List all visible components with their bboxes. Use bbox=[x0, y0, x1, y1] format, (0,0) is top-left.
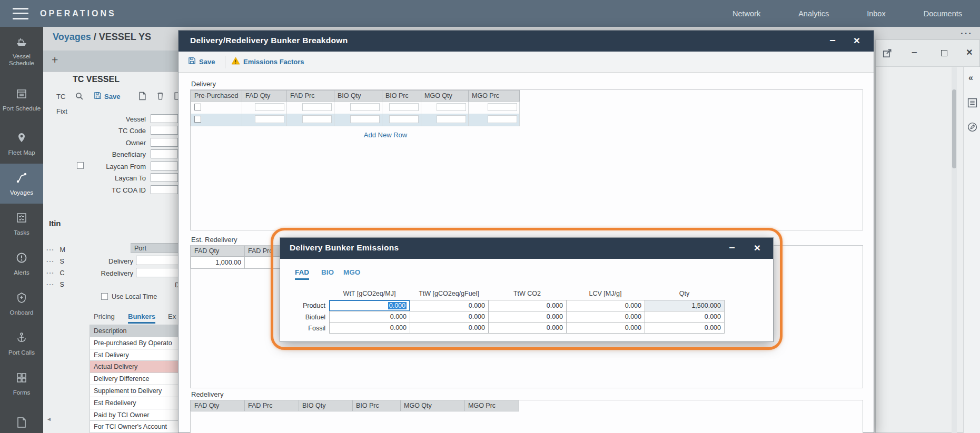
add-new-row-link[interactable]: Add New Row bbox=[338, 131, 433, 139]
fad-prc-cell[interactable] bbox=[287, 114, 334, 126]
panel-save-button[interactable]: Save bbox=[94, 92, 120, 101]
mgo-qty-cell[interactable] bbox=[421, 102, 469, 114]
sidebar-item-fleet-map[interactable]: Fleet Map bbox=[0, 124, 43, 164]
fad-qty-cell[interactable] bbox=[242, 102, 287, 114]
copy-document-icon[interactable] bbox=[138, 92, 147, 100]
modal-save-button[interactable]: Save bbox=[188, 57, 215, 66]
redelivery-port-input[interactable] bbox=[136, 268, 179, 277]
bio-prc-cell[interactable] bbox=[382, 114, 421, 126]
itinerary-title: Itin bbox=[49, 219, 61, 228]
tab-pricing[interactable]: Pricing bbox=[94, 313, 115, 320]
field-label-tc-code: TC Code bbox=[62, 127, 146, 135]
col-bio-prc: BIO Prc bbox=[353, 400, 401, 411]
est-redelivery-fad-qty-value[interactable]: 1,000.00 bbox=[191, 257, 245, 269]
biofuel-ttw-co2-cell[interactable]: 0.000 bbox=[488, 311, 567, 323]
mgo-qty-cell[interactable] bbox=[421, 114, 469, 126]
beneficiary-input[interactable] bbox=[151, 149, 178, 158]
vessel-input[interactable] bbox=[151, 114, 178, 123]
bunker-emissions-modal-header: Delivery Bunker Emissions – × bbox=[280, 238, 773, 259]
fossil-lcv-cell[interactable]: 0.000 bbox=[566, 322, 645, 334]
add-tab-button[interactable]: + bbox=[52, 54, 58, 66]
list-panel-icon[interactable] bbox=[967, 97, 978, 108]
minimize-icon[interactable]: – bbox=[912, 46, 917, 58]
sidebar-item-tasks[interactable]: Tasks bbox=[0, 204, 43, 244]
trash-icon[interactable] bbox=[156, 92, 165, 100]
edit-pen-icon[interactable] bbox=[967, 122, 978, 133]
tab-fad[interactable]: FAD bbox=[295, 268, 309, 280]
minimize-icon[interactable]: – bbox=[721, 238, 743, 259]
scroll-left-arrow-icon[interactable]: ◄ bbox=[46, 416, 52, 422]
modal-title: Delivery Bunker Emissions bbox=[290, 243, 399, 253]
tab-bunkers[interactable]: Bunkers bbox=[128, 313, 155, 324]
maximize-icon[interactable] bbox=[941, 50, 947, 56]
bio-qty-cell[interactable] bbox=[334, 114, 382, 126]
laycan-from-input[interactable] bbox=[151, 162, 178, 170]
mgo-prc-cell[interactable] bbox=[469, 114, 520, 126]
owner-input[interactable] bbox=[151, 138, 178, 147]
delivery-section-label: Delivery bbox=[191, 80, 216, 88]
laycan-from-checkbox[interactable] bbox=[77, 162, 84, 169]
breadcrumb-voyages-link[interactable]: Voyages bbox=[53, 32, 91, 42]
sidebar-item-port-schedule[interactable]: Port Schedule bbox=[0, 75, 43, 124]
fossil-ttw-co2-cell[interactable]: 0.000 bbox=[488, 322, 567, 334]
redelivery-label: Redelivery bbox=[81, 269, 133, 277]
scrollbar-thumb[interactable] bbox=[952, 89, 956, 168]
forms-icon bbox=[15, 371, 28, 386]
pre-purchased-checkbox[interactable] bbox=[194, 116, 201, 123]
collapse-panel-icon[interactable]: « bbox=[968, 73, 973, 83]
fad-qty-cell[interactable] bbox=[242, 114, 287, 126]
itin-row-3[interactable]: ···C bbox=[46, 269, 65, 277]
fad-prc-cell[interactable] bbox=[287, 102, 334, 114]
tc-code-input[interactable] bbox=[151, 126, 178, 135]
sidebar-item-forms[interactable]: Forms bbox=[0, 364, 43, 404]
minimize-icon[interactable]: – bbox=[822, 31, 843, 52]
nav-analytics[interactable]: Analytics bbox=[798, 9, 829, 18]
sidebar-item-port-calls[interactable]: Port Calls bbox=[0, 324, 43, 364]
itin-row-4[interactable]: ···S bbox=[46, 281, 64, 288]
biofuel-qty-cell[interactable]: 0.000 bbox=[645, 311, 725, 323]
nav-network[interactable]: Network bbox=[732, 9, 760, 18]
tc-coa-id-input[interactable] bbox=[151, 185, 178, 194]
product-ttw-fuel-cell[interactable]: 0.000 bbox=[410, 300, 489, 311]
pre-purchased-checkbox[interactable] bbox=[194, 104, 201, 110]
laycan-to-input[interactable] bbox=[151, 173, 178, 182]
nav-documents[interactable]: Documents bbox=[924, 9, 962, 18]
biofuel-ttw-fuel-cell[interactable]: 0.000 bbox=[410, 311, 489, 323]
mgo-prc-cell[interactable] bbox=[469, 102, 520, 114]
tab-bio[interactable]: BIO bbox=[321, 268, 334, 276]
close-icon[interactable]: × bbox=[846, 31, 867, 52]
bio-qty-cell[interactable] bbox=[334, 102, 382, 114]
sidebar-item-vessel-schedule[interactable]: Vessel Schedule bbox=[0, 27, 43, 75]
open-external-icon[interactable] bbox=[882, 48, 893, 58]
product-lcv-cell[interactable]: 0.000 bbox=[566, 300, 645, 311]
emissions-factors-button[interactable]: Emissions Factors bbox=[231, 57, 304, 66]
close-icon[interactable]: × bbox=[747, 238, 768, 259]
more-options-icon[interactable]: ··· bbox=[961, 28, 973, 39]
itin-row-1[interactable]: ···M bbox=[46, 246, 65, 254]
fossil-qty-cell[interactable]: 0.000 bbox=[645, 322, 725, 334]
tab-mgo[interactable]: MGO bbox=[343, 268, 360, 276]
sidebar-item-onboard[interactable]: Onboard bbox=[0, 284, 43, 324]
delivery-port-input[interactable] bbox=[136, 256, 179, 265]
biofuel-wtt-cell[interactable]: 0.000 bbox=[329, 311, 410, 323]
scrollbar-track[interactable] bbox=[952, 67, 957, 433]
hamburger-menu-icon[interactable] bbox=[13, 8, 28, 19]
close-icon[interactable]: × bbox=[966, 46, 973, 58]
sidebar-item-partial[interactable] bbox=[0, 404, 43, 433]
modal-title: Delivery/Redelivery Bunker Breakdown bbox=[190, 36, 348, 45]
biofuel-lcv-cell[interactable]: 0.000 bbox=[566, 311, 645, 323]
sidebar-item-alerts[interactable]: Alerts bbox=[0, 244, 43, 284]
bio-prc-cell[interactable] bbox=[382, 102, 421, 114]
tab-exposure[interactable]: Ex bbox=[168, 313, 176, 320]
breadcrumb-current: VESSEL YS bbox=[99, 32, 151, 42]
fossil-ttw-fuel-cell[interactable]: 0.000 bbox=[410, 322, 489, 334]
product-wtt-cell[interactable]: 0.000 bbox=[329, 300, 410, 311]
sidebar-item-voyages[interactable]: Voyages bbox=[0, 164, 43, 204]
nav-inbox[interactable]: Inbox bbox=[867, 9, 885, 18]
fossil-wtt-cell[interactable]: 0.000 bbox=[329, 322, 410, 334]
itin-row-2[interactable]: ···S bbox=[46, 258, 64, 265]
use-local-time-checkbox[interactable] bbox=[101, 293, 108, 300]
fleet-map-icon bbox=[15, 132, 28, 146]
product-ttw-co2-cell[interactable]: 0.000 bbox=[488, 300, 567, 311]
search-icon[interactable] bbox=[75, 92, 84, 100]
